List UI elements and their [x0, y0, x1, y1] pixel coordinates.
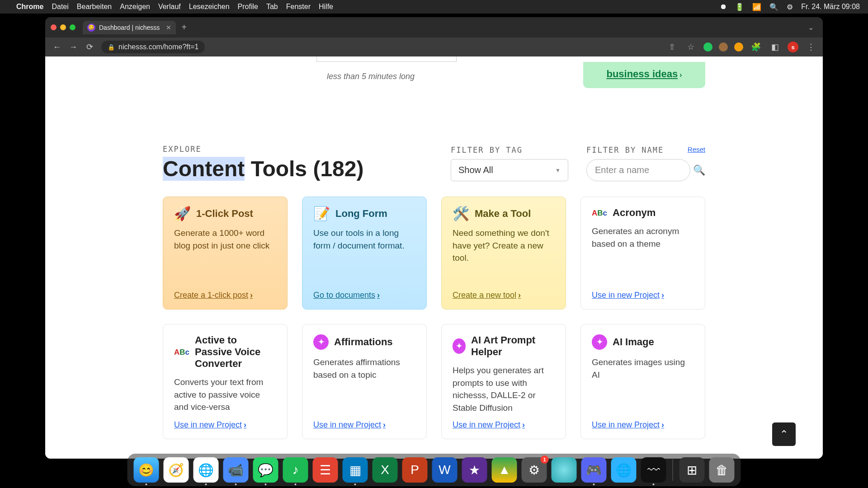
extension-icon-1[interactable] [703, 42, 712, 52]
tool-card[interactable]: 🚀1-Click PostGenerate a 1000+ word blog … [163, 197, 288, 310]
business-ideas-link[interactable]: business ideas [606, 68, 678, 80]
card-action-link[interactable]: Use in new Project› [174, 420, 276, 430]
menu-file[interactable]: Datei [52, 3, 68, 11]
menu-help[interactable]: Hilfe [319, 3, 333, 11]
card-action-link[interactable]: Use in new Project› [592, 291, 694, 300]
menubar-clock[interactable]: Fr. 24. März 09:08 [801, 3, 860, 11]
card-title: Affirmations [334, 336, 393, 348]
abc-icon: ABc [174, 348, 189, 356]
dock-separator [673, 459, 673, 481]
card-action-link[interactable]: Go to documents› [313, 291, 415, 300]
filter-name-input[interactable] [586, 159, 690, 181]
card-action-link[interactable]: Create a new tool› [453, 291, 555, 300]
extensions-puzzle-icon[interactable]: 🧩 [750, 42, 762, 52]
business-ideas-card[interactable]: business ideas› [583, 62, 705, 88]
tool-card[interactable]: ✦AI Art Prompt HelperHelps you generates… [441, 324, 566, 439]
share-icon[interactable]: ⇧ [665, 42, 678, 52]
dock-trello[interactable]: ▦ [343, 457, 368, 483]
browser-tab[interactable]: 😏 Dashboard | nichesss ✕ [83, 21, 176, 34]
bookmark-star-icon[interactable]: ☆ [684, 42, 697, 52]
profile-avatar[interactable]: s [788, 42, 798, 52]
menu-view[interactable]: Anzeigen [120, 3, 150, 11]
card-header: 🚀1-Click Post [174, 207, 276, 221]
chrome-menu-icon[interactable]: ⋮ [805, 42, 817, 52]
tool-badge-icon: ✦ [592, 334, 607, 350]
tool-card[interactable]: ABcAcronymGenerates an acronym based on … [580, 197, 705, 310]
video-thumbnail-partial[interactable] [316, 56, 457, 62]
dock-finder[interactable]: 😊 [134, 457, 159, 483]
menu-bookmarks[interactable]: Lesezeichen [189, 3, 230, 11]
card-action-link[interactable]: Use in new Project› [453, 420, 555, 430]
extension-icon-2[interactable] [719, 42, 728, 52]
dock-todoist[interactable]: ☰ [313, 457, 338, 483]
card-action-link[interactable]: Use in new Project› [313, 420, 415, 430]
card-description: Generates images using AI [592, 356, 694, 414]
tool-card[interactable]: ABcActive to Passive Voice ConverterConv… [163, 324, 288, 439]
window-minimize-button[interactable] [60, 24, 66, 30]
chevron-right-icon: › [661, 420, 664, 430]
scroll-to-top-button[interactable]: ⌃ [772, 422, 796, 446]
filter-tag-select[interactable]: Show All ▼ [451, 159, 568, 181]
spotlight-icon[interactable]: 🔍 [769, 3, 778, 11]
dock-discord[interactable]: 🎮 [581, 457, 607, 483]
dock-google-drive[interactable]: ▲ [492, 457, 517, 483]
new-tab-button[interactable]: + [181, 22, 187, 33]
address-bar[interactable]: 🔒 nichesss.com/home?ft=1 [101, 41, 205, 53]
menu-history[interactable]: Verlauf [158, 3, 181, 11]
dock-system-settings[interactable]: ⚙1 [522, 457, 547, 483]
forward-button[interactable]: → [67, 42, 80, 52]
tab-close-icon[interactable]: ✕ [166, 24, 171, 31]
tabs-menu-icon[interactable]: ⌄ [808, 23, 814, 32]
tool-card[interactable]: 🛠️Make a ToolNeed something we don't hav… [441, 197, 566, 310]
menu-profile[interactable]: Profile [238, 3, 258, 11]
menubar-app-name[interactable]: Chrome [16, 3, 43, 11]
reload-button[interactable]: ⟳ [83, 42, 96, 52]
dock-powerpoint[interactable]: P [402, 457, 428, 483]
tool-card[interactable]: 📝Long FormUse our tools in a long form /… [302, 197, 427, 310]
extension-icon-3[interactable] [734, 42, 743, 52]
dock-spotify[interactable]: ♪ [283, 457, 308, 483]
screen-record-icon[interactable]: ⏺ [720, 3, 727, 11]
chevron-right-icon: › [383, 420, 386, 430]
dock-chrome[interactable]: 🌐 [193, 457, 219, 483]
card-action-text: Go to documents [313, 291, 375, 300]
dock-excel[interactable]: X [373, 457, 398, 483]
card-header: 📝Long Form [313, 207, 415, 221]
abc-icon: ABc [592, 209, 607, 217]
card-description: Need something we don't have yet? Create… [453, 227, 555, 284]
card-header: ABcActive to Passive Voice Converter [174, 334, 276, 370]
tool-card[interactable]: ✦AffirmationsGenerates affirmations base… [302, 324, 427, 439]
dock-siri[interactable] [552, 457, 577, 483]
menu-tab[interactable]: Tab [266, 3, 278, 11]
dock-word[interactable]: W [432, 457, 458, 483]
sidepanel-icon[interactable]: ◧ [769, 42, 781, 52]
card-title: 1-Click Post [196, 208, 253, 220]
control-center-icon[interactable]: ⚙ [787, 3, 793, 11]
tool-emoji-icon: 🚀 [174, 207, 191, 221]
card-action-link[interactable]: Use in new Project› [592, 420, 694, 430]
card-action-link[interactable]: Create a 1-click post› [174, 291, 276, 300]
dock-zoom[interactable]: 📹 [223, 457, 249, 483]
search-icon[interactable]: 🔍 [693, 164, 705, 176]
dock-trash[interactable]: 🗑 [709, 457, 735, 483]
card-description: Converts your text from active to passiv… [174, 376, 276, 414]
dock-whatsapp[interactable]: 💬 [253, 457, 278, 483]
wifi-icon[interactable]: 📶 [752, 3, 761, 11]
dock-imovie[interactable]: ★ [462, 457, 487, 483]
card-action-text: Use in new Project [592, 291, 660, 300]
window-fullscreen-button[interactable] [70, 24, 75, 30]
reset-filter-link[interactable]: Reset [688, 145, 705, 153]
dock-browser-alt[interactable]: 🌐 [611, 457, 637, 483]
card-header: ABcAcronym [592, 207, 694, 219]
dock-voice-memos[interactable]: 〰 [641, 457, 666, 483]
settings-badge: 1 [541, 455, 549, 464]
menu-edit[interactable]: Bearbeiten [77, 3, 112, 11]
tool-card[interactable]: ✦AI ImageGenerates images using AIUse in… [580, 324, 705, 439]
chevron-right-icon: › [661, 291, 664, 300]
dock-safari[interactable]: 🧭 [164, 457, 189, 483]
battery-icon[interactable]: 🔋 [735, 3, 744, 11]
dock-mission-control[interactable]: ⊞ [679, 457, 705, 483]
back-button[interactable]: ← [51, 42, 63, 52]
window-close-button[interactable] [51, 24, 57, 30]
menu-window[interactable]: Fenster [286, 3, 311, 11]
